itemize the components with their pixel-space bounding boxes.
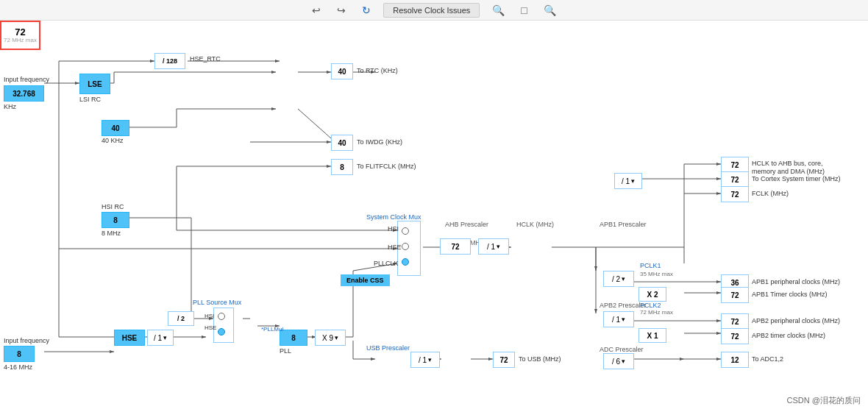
sysclk-section-label: System Clock Mux <box>366 213 421 221</box>
pll-hse-opt-label: HSE <box>204 324 216 331</box>
pll-label: PLL <box>280 347 291 355</box>
apb2-x1-box: X 1 <box>638 328 666 343</box>
apb1-prescaler-label: APB1 Prescaler <box>600 221 647 228</box>
mux-hsi-radio[interactable] <box>402 227 409 235</box>
rtc-value: 40 <box>331 63 353 79</box>
lsi-40-box: 40 <box>102 120 129 136</box>
hsi-rc-label: HSI RC <box>102 203 124 210</box>
adc-label: To ADC1,2 <box>752 355 783 363</box>
mux-hse-option[interactable] <box>402 243 424 250</box>
input-freq-unit-1: KHz <box>4 103 16 110</box>
fclk-value: 72 <box>721 186 749 202</box>
pclk1-label: PCLK1 <box>640 262 661 269</box>
pll-hsi-radio[interactable] <box>218 313 225 320</box>
frame-icon[interactable]: □ <box>517 3 530 18</box>
hclk-div1-dropdown[interactable]: / 1 <box>614 173 642 189</box>
apb2-72mhz-label: 72 MHz max <box>640 309 673 316</box>
watermark: CSDN @泪花的质问 <box>787 395 861 406</box>
pll-hse-option[interactable] <box>218 328 237 335</box>
mux-pll-radio[interactable] <box>402 258 409 266</box>
adc-prescaler-label: ADC Prescaler <box>600 346 644 353</box>
hsi-8-box: 8 <box>102 212 129 228</box>
pll-hsi-opt-label: HSI <box>204 313 214 319</box>
apb1-35mhz-label: 35 MHz max <box>640 271 673 277</box>
sysclk-value: 72 <box>440 238 471 255</box>
mux-pll-option[interactable] <box>402 258 424 266</box>
input-freq-value-1: 32.768 <box>4 85 44 102</box>
hclk-value: 72 <box>15 26 25 38</box>
iwdg-label: To IWDG (KHz) <box>357 138 402 146</box>
resolve-clock-issues-button[interactable]: Resolve Clock Issues <box>383 3 480 18</box>
hclk-ahb-label: HCLK to AHB bus, core, <box>752 160 823 167</box>
apb1-x2-box: X 2 <box>638 287 666 302</box>
x9-dropdown[interactable]: X 9 <box>315 330 346 346</box>
usb-div1-dropdown[interactable]: / 1 <box>410 352 440 368</box>
apb2-periph-value: 72 <box>721 313 749 330</box>
usb-label: To USB (MHz) <box>519 355 561 363</box>
apb1-timer-value: 72 <box>721 287 749 303</box>
ahb-div1-dropdown[interactable]: / 1 <box>478 238 509 255</box>
mux-pllclk-label: PLLCLK <box>374 260 399 267</box>
mux-hse-label: HSE <box>388 244 402 251</box>
clock-diagram: Input frequency 32.768 KHz LSE LSI RC 40… <box>0 21 868 412</box>
pclk2-label: PCLK2 <box>640 302 661 309</box>
cortex-timer-label: To Cortex System timer (MHz) <box>752 175 841 182</box>
lsi-40-label: 40 KHz <box>102 137 124 144</box>
apb1-timer-label: APB1 Timer clocks (MHz) <box>752 291 828 298</box>
hclk-max-label: 72 MHz max <box>4 38 37 44</box>
pll-value-box: 8 <box>280 330 307 346</box>
cortex-timer-value: 72 <box>721 171 749 188</box>
ahb-prescaler-label: AHB Prescaler <box>445 221 488 228</box>
apb2-div1-dropdown[interactable]: / 1 <box>603 311 634 327</box>
mux-hsi-option[interactable] <box>402 227 424 235</box>
hclk-ahb-label2: memory and DMA (MHz) <box>752 168 825 175</box>
pll-mul-label: *PLLMul <box>261 326 283 333</box>
hse-rtc-label: HSE_RTC <box>190 55 221 63</box>
hse-box: HSE <box>114 330 145 346</box>
mux-hsi-label: HSI <box>388 225 399 232</box>
input-freq-value-2: 8 <box>4 346 35 362</box>
rtc-label: To RTC (KHz) <box>357 67 398 74</box>
div128-prescaler: / 128 <box>154 53 185 69</box>
fclk-label: FCLK (MHz) <box>752 190 789 197</box>
pll-div2-box: / 2 <box>168 311 194 326</box>
apb2-timer-value: 72 <box>721 328 749 344</box>
lsi-rc-label: LSI RC <box>79 96 101 103</box>
undo-button[interactable]: ↩ <box>308 3 324 18</box>
mux-hse-radio[interactable] <box>402 243 409 250</box>
input-freq-unit-2: 4-16 MHz <box>4 363 32 371</box>
enable-css-button[interactable]: Enable CSS <box>341 274 390 286</box>
pll-source-mux-section-label: PLL Source Mux <box>193 299 241 306</box>
zoom-out-icon[interactable]: 🔍 <box>540 3 560 18</box>
hclk-value-box: 72 72 MHz max <box>0 21 40 50</box>
iwdg-value: 40 <box>331 135 353 151</box>
hclk-label: HCLK (MHz) <box>516 221 554 228</box>
pll-hsi-option[interactable] <box>218 313 237 320</box>
adc-value: 12 <box>721 352 749 368</box>
usb-prescaler-section-label: USB Prescaler <box>366 344 410 352</box>
toolbar: ↩ ↪ ↻ Resolve Clock Issues 🔍 □ 🔍 <box>0 0 868 21</box>
lse-box: LSE <box>79 74 110 94</box>
apb1-div2-dropdown[interactable]: / 2 <box>603 271 634 287</box>
flitfclk-label: To FLITFCLK (MHz) <box>357 163 416 170</box>
apb1-periph-label: APB1 peripheral clocks (MHz) <box>752 278 840 285</box>
hclk-ahb-value: 72 <box>721 157 749 173</box>
apb2-timer-label: APB2 timer clocks (MHz) <box>752 332 825 339</box>
apb2-periph-label: APB2 peripheral clocks (MHz) <box>752 317 840 324</box>
pll-hse-radio[interactable] <box>218 328 225 335</box>
zoom-in-icon[interactable]: 🔍 <box>488 3 508 18</box>
usb-value: 72 <box>493 352 515 368</box>
refresh-button[interactable]: ↻ <box>358 3 374 18</box>
hse-div1-dropdown[interactable]: / 1 <box>147 330 174 346</box>
flitfclk-value: 8 <box>331 159 353 175</box>
svg-line-6 <box>298 109 331 138</box>
hsi-8-label: 8 MHz <box>102 230 121 237</box>
apb2-prescaler-label: APB2 Prescaler <box>600 302 647 309</box>
input-freq-label-1: Input frequency <box>4 76 49 83</box>
input-freq-label-2: Input frequency <box>4 337 49 344</box>
adc-div6-dropdown[interactable]: / 6 <box>603 353 634 369</box>
redo-button[interactable]: ↪ <box>333 3 349 18</box>
